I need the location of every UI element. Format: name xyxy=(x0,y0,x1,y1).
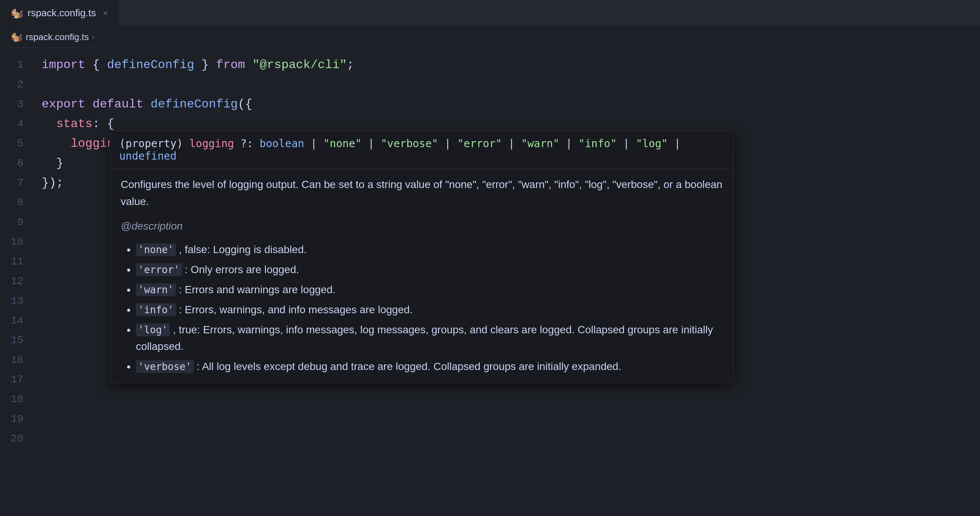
line-num-19: 19 xyxy=(0,409,24,429)
code-line-2 xyxy=(41,75,980,95)
line-num-9: 9 xyxy=(0,213,24,232)
tooltip-description-text: Configures the level of logging output. … xyxy=(121,176,723,210)
tab-close-button[interactable]: × xyxy=(103,8,108,19)
line-num-6: 6 xyxy=(0,154,24,173)
breadcrumb: 🐿️ rspack.config.ts › xyxy=(0,27,980,48)
list-item: 'warn' : Errors and warnings are logged. xyxy=(136,281,723,298)
line-numbers: 1 2 3 4 5 6 7 8 9 10 11 12 13 14 15 16 1… xyxy=(0,48,34,516)
line-num-3: 3 xyxy=(0,95,24,114)
tooltip-hover-box: (property) logging ?: boolean | "none" |… xyxy=(110,131,734,383)
line-num-15: 15 xyxy=(0,331,24,350)
code-line-1: import { defineConfig } from "@rspack/cl… xyxy=(41,55,980,75)
code-info: 'info' xyxy=(136,303,176,316)
line-num-11: 11 xyxy=(0,252,24,271)
line-num-12: 12 xyxy=(0,271,24,291)
code-line-18 xyxy=(41,390,980,409)
list-item: 'none' , false: Logging is disabled. xyxy=(136,241,723,258)
line-num-16: 16 xyxy=(0,350,24,370)
line-num-1: 1 xyxy=(0,55,24,75)
breadcrumb-file-icon: 🐿️ xyxy=(11,31,23,43)
code-warn: 'warn' xyxy=(136,283,176,296)
line-num-5: 5 xyxy=(0,134,24,154)
code-line-19 xyxy=(41,409,980,429)
line-num-10: 10 xyxy=(0,232,24,252)
code-error: 'error' xyxy=(136,263,182,276)
keyword-import: import xyxy=(41,55,85,75)
line-num-20: 20 xyxy=(0,429,24,449)
code-verbose: 'verbose' xyxy=(136,360,194,373)
tooltip-body: Configures the level of logging output. … xyxy=(110,169,734,383)
line-num-7: 7 xyxy=(0,173,24,193)
file-icon: 🐿️ xyxy=(11,7,24,19)
line-num-2: 2 xyxy=(0,75,24,95)
code-line-3: export default defineConfig ({ xyxy=(41,95,980,114)
tooltip-signature: (property) logging ?: boolean | "none" |… xyxy=(110,131,734,169)
line-num-17: 17 xyxy=(0,370,24,390)
tooltip-tag: @description xyxy=(121,218,723,235)
code-none: 'none' xyxy=(136,243,176,256)
tab-label: rspack.config.ts xyxy=(28,7,96,19)
list-item: 'log' , true: Errors, warnings, info mes… xyxy=(136,322,723,356)
list-item: 'error' : Only errors are logged. xyxy=(136,261,723,278)
code-area[interactable]: import { defineConfig } from "@rspack/cl… xyxy=(34,48,980,516)
breadcrumb-label: rspack.config.ts xyxy=(26,32,89,42)
editor-container: 🐿️ rspack.config.ts × 🐿️ rspack.config.t… xyxy=(0,0,980,516)
editor-body: 1 2 3 4 5 6 7 8 9 10 11 12 13 14 15 16 1… xyxy=(0,48,980,516)
tab-bar: 🐿️ rspack.config.ts × xyxy=(0,0,980,27)
breadcrumb-separator: › xyxy=(92,32,95,42)
tooltip-list: 'none' , false: Logging is disabled. 'er… xyxy=(121,241,723,375)
line-num-4: 4 xyxy=(0,114,24,134)
code-line-20 xyxy=(41,429,980,449)
list-item: 'info' : Errors, warnings, and info mess… xyxy=(136,302,723,319)
editor-tab[interactable]: 🐿️ rspack.config.ts × xyxy=(0,0,119,26)
code-log: 'log' xyxy=(136,324,170,336)
list-item: 'verbose' : All log levels except debug … xyxy=(136,358,723,375)
line-num-14: 14 xyxy=(0,311,24,331)
line-num-13: 13 xyxy=(0,291,24,311)
line-num-8: 8 xyxy=(0,193,24,213)
line-num-18: 18 xyxy=(0,390,24,409)
